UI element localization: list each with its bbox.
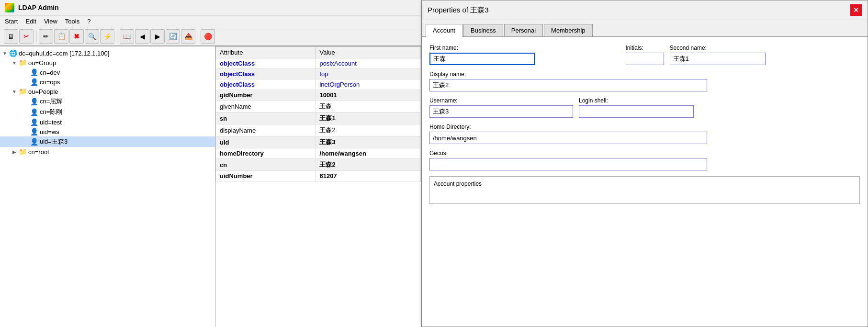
expand-ou-group[interactable]: ▼ [11, 60, 17, 66]
tree-ou-group[interactable]: ▼ 📁 ou=Group [0, 58, 215, 68]
attr-value: 王森2 [316, 159, 421, 171]
initials-input[interactable] [626, 53, 664, 65]
attr-value: 61207 [316, 171, 421, 181]
username-label: Username: [429, 97, 573, 104]
menu-view[interactable]: View [44, 18, 57, 25]
toolbar-separator-1 [36, 30, 36, 43]
content-area: ▼ 🌐 dc=quhui,dc=com [172.12.1.100] ▼ 📁 o… [0, 46, 421, 327]
first-name-input[interactable] [429, 53, 535, 65]
attr-name: givenName [216, 101, 316, 113]
book-button[interactable]: 📖 [120, 29, 134, 44]
attribute-panel: Attribute Value objectClass posixAccount… [215, 46, 421, 327]
tab-membership[interactable]: Membership [544, 24, 593, 36]
tree-uid-ws[interactable]: 👤 uid=ws [0, 127, 215, 136]
expand-cn-quhui [23, 99, 29, 104]
expand-cn-dev [23, 70, 29, 75]
toolbar-separator-3 [198, 30, 198, 43]
attr-value: /home/wangsen [316, 148, 421, 159]
tab-business-label: Business [471, 27, 496, 34]
refresh-button[interactable]: 🔄 [166, 29, 180, 44]
expand-ou-people[interactable]: ▼ [11, 89, 17, 94]
account-properties-label: Account properties [434, 180, 856, 187]
account-properties-box: Account properties [429, 176, 860, 204]
attr-value: 王森 [316, 101, 421, 113]
root-folder-icon: 📁 [19, 148, 27, 156]
forward-button[interactable]: ▶ [150, 29, 165, 44]
table-row[interactable]: objectClass top [216, 69, 421, 79]
cn-root-label: cn=root [28, 148, 49, 156]
gecos-group: Gecos: [429, 150, 860, 170]
back-button[interactable]: ◀ [135, 29, 149, 44]
attr-name: objectClass [216, 69, 316, 79]
table-row[interactable]: objectClass inetOrgPerson [216, 79, 421, 90]
tree-uid-wangsen3[interactable]: 👤 uid=王森3 [0, 136, 215, 147]
connect-button[interactable]: 🖥 [4, 29, 18, 44]
name-row: First name: Initials: Second name: [429, 45, 860, 65]
user-icon-chengang: 👤 [30, 108, 38, 116]
second-name-input[interactable] [670, 53, 766, 65]
initials-group: Initials: [626, 45, 664, 65]
menu-start[interactable]: Start [5, 18, 18, 25]
table-row[interactable]: sn 王森1 [216, 113, 421, 124]
attr-value: 王森3 [316, 136, 421, 148]
stop-button[interactable]: 🔴 [201, 29, 215, 44]
app-titlebar: 🔶 LDAP Admin [0, 0, 421, 16]
first-name-label: First name: [429, 45, 620, 51]
gecos-row: Gecos: [429, 150, 860, 170]
table-row[interactable]: uid 王森3 [216, 136, 421, 148]
home-dir-input[interactable] [429, 132, 707, 144]
tree-cn-ops[interactable]: 👤 cn=ops [0, 77, 215, 87]
disconnect-button[interactable]: ✂ [19, 29, 34, 44]
attr-value: 王森1 [316, 113, 421, 124]
menu-help[interactable]: ? [87, 18, 90, 25]
username-input[interactable] [429, 105, 573, 118]
expand-root[interactable]: ▼ [2, 51, 8, 56]
tab-account[interactable]: Account [426, 24, 462, 37]
attr-value: posixAccount [316, 58, 421, 69]
search-button[interactable]: 🔍 [85, 29, 99, 44]
login-shell-label: Login shell: [579, 97, 860, 104]
table-row[interactable]: givenName 王森 [216, 101, 421, 113]
gecos-input[interactable] [429, 158, 707, 170]
tree-cn-dev[interactable]: 👤 cn=dev [0, 68, 215, 77]
close-button[interactable]: ✕ [850, 4, 862, 16]
tab-business[interactable]: Business [463, 24, 503, 36]
group-folder-icon: 📁 [19, 59, 27, 67]
value-col-header: Value [316, 47, 421, 58]
tab-membership-label: Membership [551, 27, 586, 34]
table-row[interactable]: uidNumber 61207 [216, 171, 421, 181]
user-icon-test: 👤 [30, 118, 38, 126]
tree-cn-quhui[interactable]: 👤 cn=屈辉 [0, 96, 215, 107]
table-row[interactable]: objectClass posixAccount [216, 58, 421, 69]
initials-label: Initials: [626, 45, 664, 51]
display-name-input[interactable] [429, 79, 707, 91]
attr-name: uidNumber [216, 171, 316, 181]
login-shell-input[interactable] [579, 105, 694, 118]
tree-cn-root[interactable]: ▶ 📁 cn=root [0, 147, 215, 157]
tree-cn-chengang[interactable]: 👤 cn=陈刚 [0, 107, 215, 117]
expand-cn-root[interactable]: ▶ [11, 149, 17, 155]
expand-uid-ws [23, 129, 29, 135]
display-name-label: Display name: [429, 71, 860, 78]
table-row[interactable]: displayName 王森2 [216, 124, 421, 136]
new-entry-button[interactable]: 📋 [54, 29, 68, 44]
delete-button[interactable]: ✖ [69, 29, 84, 44]
tab-personal-label: Personal [511, 27, 536, 34]
tab-personal[interactable]: Personal [504, 24, 543, 36]
menu-edit[interactable]: Edit [25, 18, 36, 25]
edit-button[interactable]: ✏ [39, 29, 53, 44]
attr-value: top [316, 69, 421, 79]
user-icon-quhui: 👤 [30, 98, 38, 105]
export-button[interactable]: 📤 [181, 29, 195, 44]
table-row[interactable]: homeDirectory /home/wangsen [216, 148, 421, 159]
tree-ou-people[interactable]: ▼ 📁 ou=People [0, 87, 215, 96]
home-dir-row: Home Directory: [429, 124, 860, 144]
menu-tools[interactable]: Tools [65, 18, 79, 25]
cn-dev-label: cn=dev [40, 69, 60, 76]
tree-uid-test[interactable]: 👤 uid=test [0, 117, 215, 127]
tree-root[interactable]: ▼ 🌐 dc=quhui,dc=com [172.12.1.100] [0, 48, 215, 58]
lightning-button[interactable]: ⚡ [100, 29, 114, 44]
attr-name: objectClass [216, 79, 316, 90]
table-row[interactable]: gidNumber 10001 [216, 90, 421, 101]
table-row[interactable]: cn 王森2 [216, 159, 421, 171]
